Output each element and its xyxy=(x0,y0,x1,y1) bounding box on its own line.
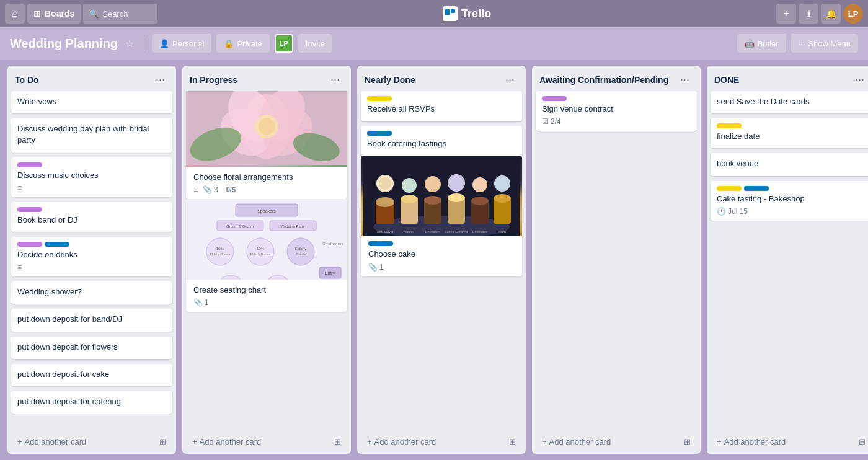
floral-card-content: Choose floral arrangements ≡ 📎 3 0/5 xyxy=(192,172,341,194)
avatar-button[interactable]: LP xyxy=(843,4,863,24)
notifications-button[interactable]: 🔔 xyxy=(821,4,841,24)
info-button[interactable]: ℹ xyxy=(799,4,818,24)
label-blue-2 xyxy=(367,131,392,136)
invite-button[interactable]: Invite xyxy=(298,34,332,53)
cake-card-body: Choose cake 📎 1 xyxy=(367,241,516,271)
paperclip-icon-2: 📎 xyxy=(193,298,203,307)
svg-point-69 xyxy=(472,177,487,192)
card-wedding-shower-title: Wedding shower? xyxy=(17,286,166,298)
add-card-awaiting-button[interactable]: + Add another card ⊞ xyxy=(536,433,697,450)
add-card-done-button[interactable]: + Add another card ⊞ xyxy=(711,433,868,450)
card-receive-rsvps[interactable]: Receive all RSVPs xyxy=(361,91,522,121)
card-choose-cake[interactable]: Red Velvet Vanilla Chocolate Salted Cara… xyxy=(361,156,522,276)
nav-center: Trello xyxy=(160,6,774,21)
card-book-band[interactable]: Book band or DJ xyxy=(11,202,172,232)
personal-label: Personal xyxy=(172,39,204,48)
card-decide-drinks[interactable]: Decide on drinks ≡ xyxy=(11,237,172,276)
paperclip-icon-3: 📎 xyxy=(368,263,378,272)
column-awaiting-cards: Sign venue contract ☑ 2/4 xyxy=(532,91,701,432)
add-card-todo-label: Add another card xyxy=(25,437,87,446)
card-wedding-shower[interactable]: Wedding shower? xyxy=(11,281,172,304)
card-finalize-title: finalize date xyxy=(717,131,866,142)
column-nearlydone-cards: Receive all RSVPs Book catering tastings xyxy=(357,91,526,432)
column-inprogress-menu-button[interactable]: ··· xyxy=(327,72,343,87)
boards-button[interactable]: ⊞ Boards xyxy=(27,4,81,24)
add-card-inprogress-button[interactable]: + Add another card ⊞ xyxy=(186,433,347,450)
label-blue-cake-tasting xyxy=(744,186,769,191)
star-icon: ☆ xyxy=(125,38,134,49)
column-todo-menu-button[interactable]: ··· xyxy=(152,72,169,87)
butler-button[interactable]: 🤖 Butler xyxy=(737,34,786,53)
card-cake-footer: 📎 1 xyxy=(368,263,515,272)
card-finalize-date[interactable]: finalize date xyxy=(711,118,868,148)
add-card-nearlydone-button[interactable]: + Add another card ⊞ xyxy=(361,433,522,450)
column-awaiting-menu-button[interactable]: ··· xyxy=(676,72,693,87)
card-deposit-cake[interactable]: put down deposit for cake xyxy=(11,364,172,386)
card-sign-venue[interactable]: Sign venue contract ☑ 2/4 xyxy=(536,91,697,131)
trello-logo-icon xyxy=(443,6,458,21)
card-discuss-music-footer: ≡ xyxy=(17,184,166,192)
lines-icon: ≡ xyxy=(17,184,22,192)
seating-card-content: Create seating chart 📎 1 xyxy=(192,285,341,307)
board-header: Wedding Planning ☆ 👤 Personal 🔒 Private … xyxy=(0,27,868,60)
column-awaiting: Awaiting Confirmation/Pending ··· Sign v… xyxy=(532,66,701,454)
card-write-vows-title: Write vows xyxy=(17,96,166,107)
personal-button[interactable]: 👤 Personal xyxy=(152,34,211,53)
card-cake-tasting[interactable]: Cake tasting - Bakeshop 🕐 Jul 15 xyxy=(711,181,868,221)
svg-text:Guests: Guests xyxy=(296,252,306,256)
private-button[interactable]: 🔒 Private xyxy=(216,34,269,53)
svg-text:Salted Caramel: Salted Caramel xyxy=(445,230,468,234)
floral-attachment-item: 📎 3 xyxy=(203,185,218,194)
paperclip-icon: 📎 xyxy=(203,185,212,194)
card-write-vows[interactable]: Write vows xyxy=(11,91,172,113)
header-divider xyxy=(144,36,144,51)
star-button[interactable]: ☆ xyxy=(123,35,136,52)
cake-svg: Red Velvet Vanilla Chocolate Salted Cara… xyxy=(363,156,520,236)
column-nearlydone: Nearly Done ··· Receive all RSVPs Book c… xyxy=(357,66,526,454)
svg-point-67 xyxy=(425,176,441,192)
svg-point-57 xyxy=(494,194,511,203)
card-floral-arrangements[interactable]: Choose floral arrangements ≡ 📎 3 0/5 xyxy=(186,91,347,199)
label-purple xyxy=(17,162,42,167)
search-button[interactable]: 🔍 Search xyxy=(83,4,157,24)
card-save-date-cards[interactable]: send Save the Date cards xyxy=(711,91,868,113)
trello-wordmark: Trello xyxy=(461,7,491,20)
card-seating-chart[interactable]: Speakers Groom & Groom Wedding Party 10%… xyxy=(186,199,347,312)
card-floral-title: Choose floral arrangements xyxy=(193,172,340,183)
lock-icon: 🔒 xyxy=(224,39,234,48)
lp-label: LP xyxy=(280,40,288,47)
column-done-menu-button[interactable]: ··· xyxy=(851,72,868,87)
add-button[interactable]: + xyxy=(776,4,796,24)
card-discuss-wedding-day[interactable]: Discuss wedding day plan with bridal par… xyxy=(11,118,172,152)
card-deposit-catering[interactable]: put down deposit for catering xyxy=(11,391,172,414)
card-deposit-flowers[interactable]: put down deposit for flowers xyxy=(11,337,172,359)
flower-image xyxy=(186,91,347,167)
svg-point-26 xyxy=(287,238,314,265)
card-book-catering[interactable]: Book catering tastings xyxy=(361,126,522,156)
column-done-cards: send Save the Date cards finalize date b… xyxy=(707,91,868,432)
label-purple-venue xyxy=(542,96,567,101)
card-book-venue[interactable]: book venue xyxy=(711,153,868,175)
template-icon-done: ⊞ xyxy=(859,437,866,446)
cake-photo: Red Velvet Vanilla Chocolate Salted Cara… xyxy=(361,156,522,236)
svg-point-49 xyxy=(401,195,418,203)
boards-label: Boards xyxy=(45,9,74,19)
column-inprogress-header: In Progress ··· xyxy=(182,66,351,91)
card-book-band-title: Book band or DJ xyxy=(17,215,166,226)
add-card-todo-button[interactable]: + Add another card ⊞ xyxy=(11,433,172,450)
svg-point-55 xyxy=(471,197,489,205)
show-menu-button[interactable]: ··· Show Menu xyxy=(791,34,859,53)
column-todo: To Do ··· Write vows Discuss wedding day… xyxy=(7,66,176,454)
add-card-awaiting-label: Add another card xyxy=(549,437,611,446)
card-book-band-labels xyxy=(17,207,166,212)
card-discuss-music[interactable]: Discuss music choices ≡ xyxy=(11,157,172,197)
label-blue-cake xyxy=(368,241,393,246)
floral-checklist-badge: 0/5 xyxy=(223,185,239,194)
svg-text:Groom & Groom: Groom & Groom xyxy=(226,224,254,228)
home-button[interactable]: ⌂ xyxy=(5,4,25,24)
svg-text:Wedding Party: Wedding Party xyxy=(280,224,304,228)
nav-right: + ℹ 🔔 LP xyxy=(776,4,863,24)
column-nearlydone-menu-button[interactable]: ··· xyxy=(502,72,518,87)
board-content: To Do ··· Write vows Discuss wedding day… xyxy=(0,60,868,460)
card-deposit-band[interactable]: put down deposit for band/DJ xyxy=(11,309,172,331)
